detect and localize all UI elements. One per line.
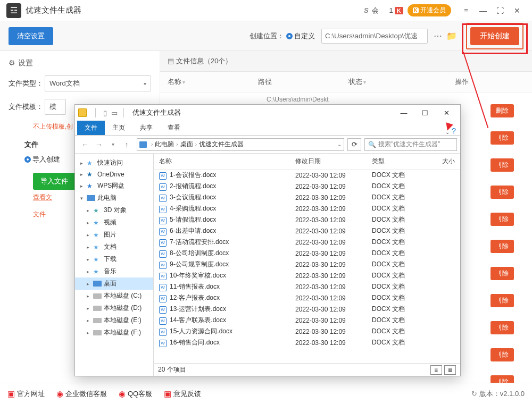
delete-button[interactable]: 刂除 <box>491 240 514 253</box>
nav-back-icon[interactable]: ← <box>78 140 92 149</box>
output-path-input[interactable] <box>321 29 428 44</box>
official-site-link[interactable]: ▣官方网址 <box>7 389 45 399</box>
delete-button[interactable]: 刂除 <box>491 158 514 172</box>
tree-item[interactable]: ▸本地磁盘 (E:) <box>75 314 153 326</box>
file-row[interactable]: W1-会议报告.docx2022-03-30 12:09DOCX 文档 <box>154 170 460 181</box>
tree-item[interactable]: ▸★WPS网盘 <box>75 180 153 192</box>
th-status[interactable]: 状态 <box>348 78 362 86</box>
explorer-qat-folder-icon[interactable]: ▭ <box>110 109 119 117</box>
template-select[interactable]: 模 <box>45 99 66 115</box>
tree-item[interactable]: ▸★3D 对象 <box>75 204 153 216</box>
delete-button[interactable]: 刂除 <box>491 348 514 361</box>
nav-history-icon[interactable]: ▾ <box>106 141 120 147</box>
tree-item[interactable]: ▸本地磁盘 (F:) <box>75 326 153 339</box>
tree-item[interactable]: ▸★图片 <box>75 229 153 241</box>
col-type[interactable]: 类型 <box>372 157 430 166</box>
tree-item[interactable]: ▸★视频 <box>75 216 153 229</box>
crumb-folder[interactable]: 优速文件生成器 <box>199 140 244 149</box>
tree-item[interactable]: ▾此电脑 <box>75 192 153 204</box>
tab-view[interactable]: 查看 <box>160 121 188 135</box>
radio-custom-icon[interactable] <box>286 33 293 39</box>
file-row[interactable]: W8-公司培训制度.docx2022-03-30 12:09DOCX 文档 <box>154 248 460 259</box>
delete-button[interactable]: 刂除 <box>491 186 514 199</box>
tree-item[interactable]: ▸本地磁盘 (C:) <box>75 290 153 302</box>
file-row[interactable]: W14-客户联系表.docx2022-03-30 12:09DOCX 文档 <box>154 315 460 326</box>
more-path-icon[interactable]: ⋯ <box>431 29 445 44</box>
close-icon[interactable]: ✕ <box>509 3 526 18</box>
col-date[interactable]: 修改日期 <box>295 157 372 166</box>
tree-item[interactable]: ▸★下载 <box>75 253 153 265</box>
file-row[interactable]: W2-报销流程.docx2022-03-30 12:09DOCX 文档 <box>154 181 460 192</box>
file-link[interactable]: 文件 <box>33 210 46 219</box>
clear-settings-button[interactable]: 清空设置 <box>9 27 53 45</box>
file-row[interactable]: W4-采购流程.docx2022-03-30 12:09DOCX 文档 <box>154 203 460 214</box>
filter-icon[interactable]: ▾ <box>182 79 185 85</box>
delete-button[interactable]: 删除 <box>491 104 514 117</box>
tree-item[interactable]: ▸★快速访问 <box>75 157 153 169</box>
file-row[interactable]: W5-请假流程.docx2022-03-30 12:09DOCX 文档 <box>154 214 460 225</box>
browse-folder-icon[interactable]: 📁 <box>445 29 459 44</box>
qq-support-link[interactable]: ◉QQ客服 <box>119 389 152 399</box>
help-icon[interactable]: ? <box>452 127 456 135</box>
tab-file[interactable]: 文件 <box>77 121 105 135</box>
explorer-close-icon[interactable]: ✕ <box>436 105 457 120</box>
nav-forward-icon[interactable]: → <box>92 140 106 149</box>
tree-item[interactable]: ▸桌面 <box>75 277 153 290</box>
th-name[interactable]: 名称 <box>168 78 181 86</box>
file-row[interactable]: W13-运营计划表.docx2022-03-30 12:09DOCX 文档 <box>154 304 460 315</box>
filetype-select[interactable]: Word文档▾ <box>45 75 151 91</box>
explorer-rows[interactable]: W1-会议报告.docx2022-03-30 12:09DOCX 文档W2-报销… <box>154 170 460 363</box>
th-path[interactable]: 路径 <box>258 78 272 86</box>
refresh-icon[interactable]: ⟳ <box>347 138 361 151</box>
import-file-button[interactable]: 导入文件 <box>33 173 76 190</box>
filter-icon[interactable]: ▾ <box>363 79 366 85</box>
delete-button[interactable]: 刂除 <box>491 294 514 307</box>
delete-button[interactable]: 刂除 <box>491 267 514 280</box>
col-name[interactable]: 名称 <box>159 157 295 166</box>
nav-up-icon[interactable]: ↑ <box>120 140 134 149</box>
file-row[interactable]: W10-年终奖审核.docx2022-03-30 12:09DOCX 文档 <box>154 270 460 281</box>
tree-item[interactable]: ▸★音乐 <box>75 265 153 277</box>
file-row[interactable]: W11-销售报表.docx2022-03-30 12:09DOCX 文档 <box>154 281 460 292</box>
maximize-icon[interactable]: ⛶ <box>492 3 509 18</box>
col-size[interactable]: 大小 <box>430 157 455 166</box>
file-row[interactable]: W7-活动流程安排.docx2022-03-30 12:09DOCX 文档 <box>154 237 460 248</box>
explorer-minimize-icon[interactable]: — <box>393 105 414 120</box>
file-row[interactable]: W16-销售合同.docx2022-03-30 12:09DOCX 文档 <box>154 337 460 348</box>
refresh-version-icon[interactable]: ↻ <box>471 390 477 398</box>
view-file-link[interactable]: 查看文 <box>33 193 52 202</box>
file-row[interactable]: W9-公司规章制度.docx2022-03-30 12:09DOCX 文档 <box>154 259 460 270</box>
tab-share[interactable]: 共享 <box>132 121 160 135</box>
tree-item[interactable]: ▸★文档 <box>75 241 153 253</box>
menu-icon[interactable]: ≡ <box>458 3 475 18</box>
tree-item[interactable]: ▸★OneDrive <box>75 169 153 180</box>
explorer-maximize-icon[interactable]: ☐ <box>414 105 436 120</box>
address-drop-icon[interactable]: ⌄ <box>337 141 342 147</box>
view-icons-icon[interactable]: ▦ <box>444 365 456 375</box>
radio-custom-label[interactable]: 自定义 <box>294 31 315 41</box>
notification-badge[interactable]: K <box>395 7 403 14</box>
explorer-qat-doc-icon[interactable]: ▯ <box>100 109 110 117</box>
file-row[interactable]: W6-出差申请.docx2022-03-30 12:09DOCX 文档 <box>154 225 460 237</box>
tab-home[interactable]: 主页 <box>105 121 132 135</box>
delete-button[interactable]: 刂除 <box>491 131 514 145</box>
delete-button[interactable]: 刂除 <box>491 213 514 226</box>
tree-item[interactable]: ▸本地磁盘 (D:) <box>75 302 153 314</box>
crumb-desktop[interactable]: 桌面 <box>180 140 193 149</box>
wechat-support-link[interactable]: ◉企业微信客服 <box>56 389 107 399</box>
vip-button[interactable]: K 开通会员 <box>408 4 451 16</box>
crumb-pc[interactable]: 此电脑 <box>155 140 174 149</box>
address-bar[interactable]: › 此电脑 › 桌面 › 优速文件生成器 ⌄ <box>137 138 344 151</box>
th-op[interactable]: 操作 <box>455 78 469 86</box>
delete-button[interactable]: 刂除 <box>491 321 514 334</box>
explorer-search[interactable]: 🔍 搜索"优速文件生成器" <box>364 138 457 151</box>
minimize-icon[interactable]: — <box>475 3 492 18</box>
feedback-link[interactable]: ▣意见反馈 <box>164 389 201 399</box>
explorer-tree[interactable]: ▸★快速访问▸★OneDrive▸★WPS网盘▾此电脑▸★3D 对象▸★视频▸★… <box>75 154 154 376</box>
start-create-button[interactable]: 开始创建 <box>470 27 519 45</box>
ribbon-collapse-icon[interactable]: ⌄ <box>445 129 450 135</box>
file-row[interactable]: W3-会议流程.docx2022-03-30 12:09DOCX 文档 <box>154 192 460 203</box>
file-row[interactable]: W12-客户报表.docx2022-03-30 12:09DOCX 文档 <box>154 292 460 304</box>
view-details-icon[interactable]: ≣ <box>430 365 442 375</box>
file-row[interactable]: W15-人力资源合同.docx2022-03-30 12:09DOCX 文档 <box>154 326 460 337</box>
